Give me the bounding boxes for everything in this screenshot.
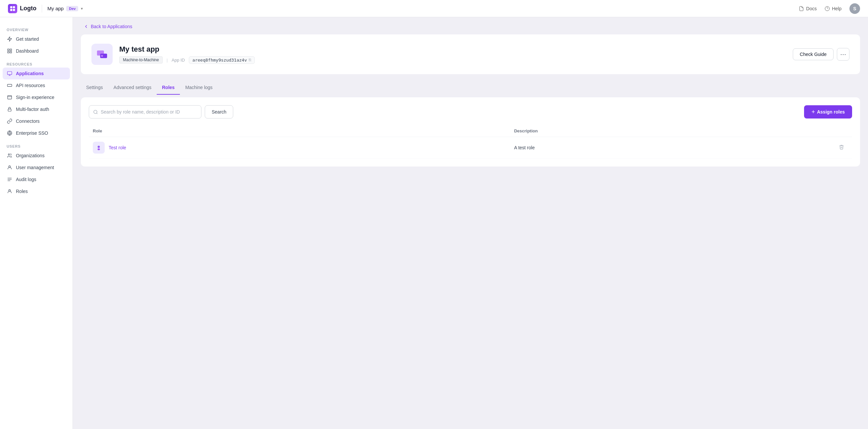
assign-roles-button[interactable]: + Assign roles <box>804 105 852 119</box>
sidebar-item-sign-in-experience[interactable]: Sign-in experience <box>0 91 72 103</box>
copy-icon[interactable]: ⎘ <box>249 58 251 62</box>
svg-rect-2 <box>10 9 12 10</box>
main-content: Back to Applications My test app Machine… <box>73 17 868 429</box>
tab-settings[interactable]: Settings <box>81 81 108 95</box>
search-icon <box>93 109 98 114</box>
meta-divider: | <box>167 58 168 63</box>
sidebar-item-enterprise-sso[interactable]: Enterprise SSO <box>0 127 72 139</box>
app-selector[interactable]: My app Dev ▾ <box>48 6 83 11</box>
top-navigation: Logto My app Dev ▾ Docs Help S <box>0 0 868 17</box>
svg-point-4 <box>825 6 830 10</box>
sidebar-item-applications[interactable]: Applications <box>3 68 70 79</box>
applications-icon <box>7 70 12 76</box>
search-button[interactable]: Search <box>205 105 233 119</box>
app-body: OVERVIEW Get started Dashboard RESOURCES… <box>0 17 868 429</box>
api-resources-icon <box>7 82 12 88</box>
roles-table: Role Description <box>89 125 852 159</box>
sidebar-item-api-resources[interactable]: API resources <box>0 79 72 91</box>
tab-advanced-settings[interactable]: Advanced settings <box>108 81 157 95</box>
roles-icon <box>7 188 12 194</box>
svg-rect-11 <box>7 71 11 74</box>
app-name-label: My app <box>48 6 64 11</box>
logo-icon <box>8 4 17 13</box>
tab-roles[interactable]: Roles <box>157 81 180 95</box>
help-link[interactable]: Help <box>825 6 841 11</box>
svg-rect-10 <box>10 51 11 53</box>
role-avatar-icon <box>95 144 102 151</box>
resources-section-label: RESOURCES <box>0 60 72 68</box>
svg-rect-8 <box>10 49 11 51</box>
check-guide-button[interactable]: Check Guide <box>793 48 834 60</box>
svg-rect-13 <box>8 96 11 99</box>
connectors-icon <box>7 118 12 124</box>
organizations-icon <box>7 153 12 159</box>
m2m-badge: Machine-to-Machine <box>119 56 163 64</box>
svg-rect-9 <box>8 51 9 53</box>
sign-in-icon <box>7 94 12 100</box>
svg-line-26 <box>96 113 97 114</box>
app-card-actions: Check Guide ⋯ <box>793 48 849 61</box>
sidebar-item-get-started[interactable]: Get started <box>0 33 72 45</box>
mfa-icon <box>7 106 12 112</box>
svg-rect-14 <box>8 109 11 111</box>
app-name: My test app <box>119 45 786 54</box>
delete-role-button[interactable] <box>836 143 847 152</box>
roles-table-head: Role Description <box>89 125 852 137</box>
role-cell: Test role <box>89 137 510 159</box>
overview-section-label: OVERVIEW <box>0 25 72 33</box>
svg-marker-6 <box>8 37 11 41</box>
search-input[interactable] <box>101 109 197 114</box>
sidebar-item-connectors[interactable]: Connectors <box>0 115 72 127</box>
svg-rect-28 <box>98 148 100 150</box>
sidebar-item-roles[interactable]: Roles <box>0 185 72 197</box>
more-options-button[interactable]: ⋯ <box>837 48 849 61</box>
trash-icon <box>839 144 844 150</box>
sidebar-item-multi-factor-auth[interactable]: Multi-factor auth <box>0 103 72 115</box>
user-management-icon <box>7 165 12 170</box>
svg-rect-7 <box>8 49 9 51</box>
sidebar: OVERVIEW Get started Dashboard RESOURCES… <box>0 17 73 429</box>
svg-point-24 <box>101 55 103 57</box>
svg-point-25 <box>94 110 97 113</box>
role-name-link[interactable]: Test role <box>108 145 126 150</box>
sidebar-item-organizations[interactable]: Organizations <box>0 150 72 162</box>
docs-link[interactable]: Docs <box>799 6 817 11</box>
table-row: Test role A test role <box>89 137 852 159</box>
sidebar-item-user-management[interactable]: User management <box>0 162 72 173</box>
ellipsis-icon: ⋯ <box>840 51 846 58</box>
role-actions <box>832 137 852 159</box>
chevron-left-icon <box>84 24 89 29</box>
svg-rect-1 <box>13 6 15 8</box>
users-section-label: USERS <box>0 142 72 150</box>
svg-rect-0 <box>10 6 12 8</box>
col-role: Role <box>89 125 510 137</box>
docs-icon <box>799 6 804 11</box>
sidebar-item-dashboard[interactable]: Dashboard <box>0 45 72 57</box>
avatar[interactable]: S <box>849 3 860 14</box>
col-description: Description <box>510 125 832 137</box>
logo-text: Logto <box>20 5 36 12</box>
app-icon-box <box>91 44 113 65</box>
help-icon <box>825 6 830 11</box>
env-badge: Dev <box>66 6 78 11</box>
svg-rect-3 <box>13 9 15 10</box>
plus-icon: + <box>811 108 815 116</box>
role-icon <box>93 142 105 154</box>
dashboard-icon <box>7 48 12 54</box>
roles-table-body: Test role A test role <box>89 137 852 159</box>
svg-point-16 <box>8 154 10 155</box>
back-to-applications-link[interactable]: Back to Applications <box>73 17 868 34</box>
app-id-value: areeq8fhmy9szud31az4v ⎘ <box>189 56 255 64</box>
tab-machine-logs[interactable]: Machine logs <box>180 81 218 95</box>
get-started-icon <box>7 36 12 42</box>
search-row: Search + Assign roles <box>89 105 852 119</box>
nav-divider <box>42 5 42 12</box>
audit-logs-icon <box>7 176 12 183</box>
sidebar-item-audit-logs[interactable]: Audit logs <box>0 173 72 185</box>
logo[interactable]: Logto <box>8 4 36 13</box>
chevron-down-icon[interactable]: ▾ <box>81 6 83 11</box>
svg-point-27 <box>98 146 100 148</box>
search-input-wrap[interactable] <box>89 105 202 119</box>
app-id-label: App ID <box>172 58 185 63</box>
app-meta: Machine-to-Machine | App ID areeq8fhmy9s… <box>119 56 786 64</box>
